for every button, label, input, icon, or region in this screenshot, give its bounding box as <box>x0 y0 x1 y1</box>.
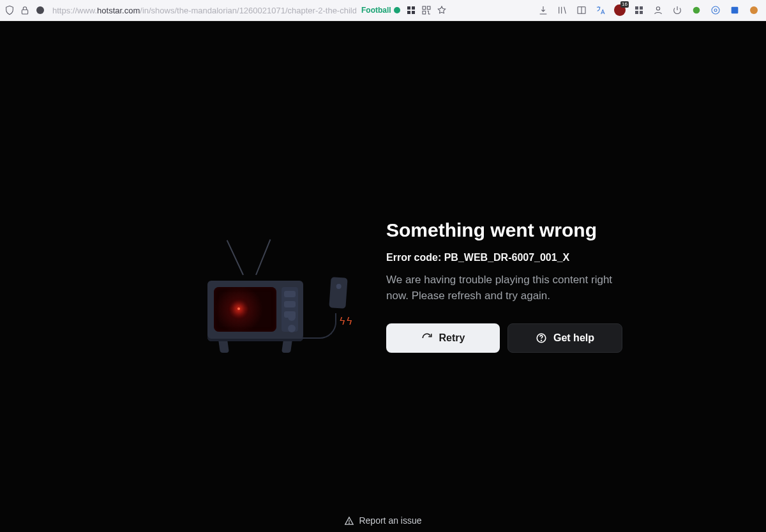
report-issue-link[interactable]: Report an issue <box>344 515 421 526</box>
url-scheme: https://www. <box>52 6 97 15</box>
svg-rect-3 <box>427 6 430 10</box>
shield-icon[interactable] <box>4 4 15 16</box>
svg-point-8 <box>712 6 719 14</box>
help-icon <box>536 332 547 344</box>
get-help-label: Get help <box>553 332 594 344</box>
svg-rect-0 <box>22 10 27 14</box>
account-icon[interactable] <box>652 4 664 16</box>
svg-point-14 <box>349 522 350 523</box>
error-code: Error code: PB_WEB_DR-6007_001_X <box>386 252 622 263</box>
lock-icon[interactable] <box>19 4 31 16</box>
get-help-button[interactable]: Get help <box>507 323 622 353</box>
bookmark-star-icon[interactable] <box>436 4 447 16</box>
svg-point-7 <box>693 7 700 14</box>
svg-rect-4 <box>423 11 426 14</box>
svg-rect-10 <box>732 7 739 14</box>
ublock-icon[interactable]: 16 <box>614 4 626 16</box>
football-chip-label: Football <box>361 6 391 15</box>
downloads-icon[interactable] <box>537 4 549 16</box>
error-description: We are having trouble playing this conte… <box>386 272 622 304</box>
page: ϟ ϟ Something went wrong Error code: PB_… <box>0 21 766 532</box>
extension-support-icon[interactable] <box>710 4 721 16</box>
football-chip[interactable]: Football <box>360 6 402 15</box>
chrome-right-cluster: 16 <box>537 4 762 16</box>
extension-tab-icon[interactable] <box>729 4 740 16</box>
svg-point-11 <box>750 6 758 14</box>
browser-chrome: https://www.hotstar.com/in/shows/the-man… <box>0 0 766 21</box>
translate-icon[interactable] <box>595 4 606 16</box>
error-buttons: Retry Get help <box>386 323 622 353</box>
url-host: hotstar.com <box>97 6 140 15</box>
url-path: /in/shows/the-mandalorian/1260021071/cha… <box>140 6 356 15</box>
error-title: Something went wrong <box>386 219 622 242</box>
svg-point-13 <box>541 340 542 341</box>
ublock-count-badge: 16 <box>620 1 629 8</box>
url-bar[interactable]: https://www.hotstar.com/in/shows/the-man… <box>50 3 356 17</box>
error-panel: ϟ ϟ Something went wrong Error code: PB_… <box>207 219 622 353</box>
warning-icon <box>344 516 354 526</box>
error-text: Something went wrong Error code: PB_WEB_… <box>386 219 622 352</box>
broken-tv-illustration: ϟ ϟ <box>207 219 354 353</box>
apps-grid-icon[interactable] <box>633 4 645 16</box>
svg-point-6 <box>656 7 659 10</box>
live-dot-icon <box>394 7 400 13</box>
retry-label: Retry <box>439 332 465 344</box>
library-icon[interactable] <box>557 4 568 16</box>
svg-rect-2 <box>423 6 426 10</box>
svg-point-1 <box>36 6 44 14</box>
power-icon[interactable] <box>672 4 683 16</box>
extension-green-icon[interactable] <box>691 4 702 16</box>
extension-cookie-icon[interactable] <box>748 4 760 16</box>
svg-point-9 <box>714 9 717 11</box>
refresh-icon <box>421 332 433 344</box>
qr-icon[interactable] <box>421 4 432 16</box>
report-issue-label: Report an issue <box>359 515 421 526</box>
site-permissions-icon[interactable] <box>34 4 46 16</box>
grid-icon[interactable] <box>405 4 417 16</box>
reader-icon[interactable] <box>576 4 587 16</box>
retry-button[interactable]: Retry <box>386 323 500 353</box>
